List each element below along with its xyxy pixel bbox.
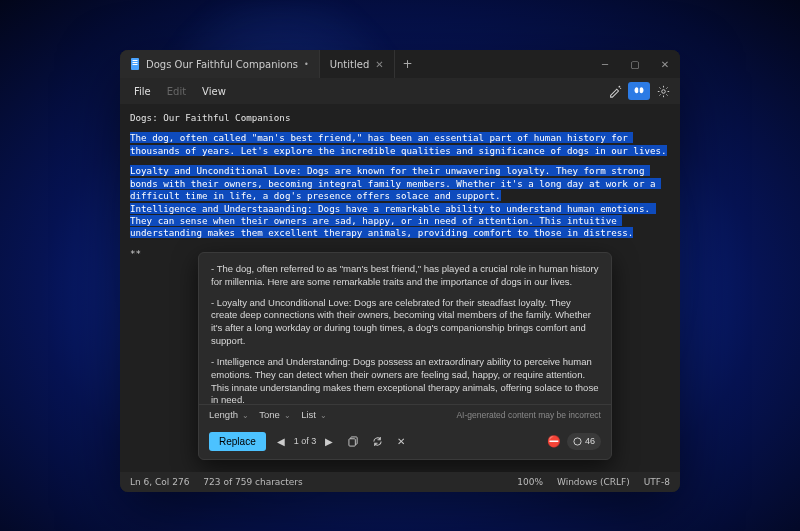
svg-rect-1 <box>133 60 138 61</box>
refresh-icon[interactable] <box>368 433 386 451</box>
close-popup-button[interactable]: ✕ <box>392 433 410 451</box>
selected-text-p2: Loyalty and Unconditional Love: Dogs are… <box>130 165 661 201</box>
svg-rect-2 <box>133 62 138 63</box>
svg-rect-3 <box>133 64 138 65</box>
status-line-endings[interactable]: Windows (CRLF) <box>557 477 630 487</box>
do-not-enter-icon[interactable]: ⛔ <box>547 436 561 447</box>
menu-edit[interactable]: Edit <box>159 82 194 101</box>
status-zoom[interactable]: 100% <box>517 477 543 487</box>
rewrite-s2: - Loyalty and Unconditional Love: Dogs a… <box>211 297 599 348</box>
title-bar[interactable]: Dogs Our Faithful Companions • Untitled … <box>120 50 680 78</box>
svg-point-9 <box>574 438 581 445</box>
rewrite-actions-row: Replace ◀ 1 of 3 ▶ ✕ ⛔ 46 <box>199 426 611 459</box>
chevron-down-icon: ⌄ <box>318 411 327 420</box>
selected-text-p1: The dog, often called "man's best friend… <box>130 132 667 155</box>
close-button[interactable]: ✕ <box>650 50 680 78</box>
token-count-badge: 46 <box>567 433 601 449</box>
minimize-button[interactable]: ─ <box>590 50 620 78</box>
rewrite-options-row: Length ⌄ Tone ⌄ List ⌄ AI-generated cont… <box>199 404 611 426</box>
rewrite-suggestion-body[interactable]: - The dog, often referred to as "man's b… <box>199 253 611 404</box>
document-icon <box>130 58 140 70</box>
option-list[interactable]: List ⌄ <box>301 409 327 422</box>
rewrite-popup: - The dog, often referred to as "man's b… <box>198 252 612 460</box>
status-encoding[interactable]: UTF-8 <box>644 477 670 487</box>
chevron-down-icon: ⌄ <box>240 411 249 420</box>
svg-point-6 <box>661 89 665 93</box>
menu-file[interactable]: File <box>126 82 159 101</box>
new-tab-button[interactable]: + <box>395 50 421 78</box>
tab-label: Dogs Our Faithful Companions <box>146 59 298 70</box>
settings-gear-icon[interactable] <box>652 82 674 100</box>
token-coin-icon <box>573 437 582 446</box>
tab-label: Untitled <box>330 59 370 70</box>
rewrite-s1: - The dog, often referred to as "man's b… <box>211 263 599 289</box>
status-bar: Ln 6, Col 276 723 of 759 characters 100%… <box>120 472 680 492</box>
notepad-window: Dogs Our Faithful Companions • Untitled … <box>120 50 680 492</box>
tab-untitled[interactable]: Untitled ✕ <box>320 50 395 78</box>
pager-next-button[interactable]: ▶ <box>320 433 338 451</box>
rewrite-s3: - Intelligence and Understanding: Dogs p… <box>211 356 599 404</box>
text-editor[interactable]: Dogs: Our Faithful Companions The dog, o… <box>120 104 680 472</box>
svg-point-4 <box>619 86 621 88</box>
close-icon[interactable]: ✕ <box>375 59 383 70</box>
copilot-icon[interactable] <box>628 82 650 100</box>
option-tone[interactable]: Tone ⌄ <box>259 409 291 422</box>
selected-text-p3: Intelligence and Understaaanding: Dogs h… <box>130 203 656 239</box>
pager-status: 1 of 3 <box>294 435 317 447</box>
replace-button[interactable]: Replace <box>209 432 266 451</box>
status-char-count[interactable]: 723 of 759 characters <box>203 477 302 487</box>
copy-icon[interactable] <box>344 433 362 451</box>
menu-bar: File Edit View <box>120 78 680 104</box>
tab-dirty-indicator: • <box>304 60 309 69</box>
status-cursor-position[interactable]: Ln 6, Col 276 <box>130 477 189 487</box>
pen-sparkle-icon[interactable] <box>604 82 626 100</box>
pager-prev-button[interactable]: ◀ <box>272 433 290 451</box>
svg-point-5 <box>620 88 621 89</box>
menu-view[interactable]: View <box>194 82 234 101</box>
option-length[interactable]: Length ⌄ <box>209 409 249 422</box>
chevron-down-icon: ⌄ <box>282 411 291 420</box>
ai-disclaimer: AI-generated content may be incorrect <box>456 410 601 421</box>
rewrite-pager: ◀ 1 of 3 ▶ <box>272 433 339 451</box>
svg-rect-8 <box>349 439 355 446</box>
document-title: Dogs: Our Faithful Companions <box>130 112 670 124</box>
tab-dogs[interactable]: Dogs Our Faithful Companions • <box>120 50 320 78</box>
maximize-button[interactable]: ▢ <box>620 50 650 78</box>
